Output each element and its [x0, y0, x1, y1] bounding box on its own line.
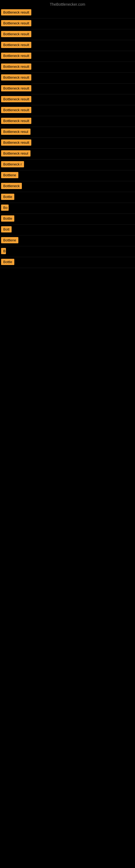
bottleneck-result-badge[interactable]: Bottleneck result [1, 118, 31, 124]
bottleneck-result-badge[interactable]: Bottlene [1, 237, 18, 243]
bottleneck-result-badge[interactable]: Bottleneck result [1, 96, 31, 102]
bottleneck-result-badge[interactable]: Bottleneck result [1, 42, 31, 48]
list-item: Bott [0, 225, 135, 236]
list-item: Bottleneck r [0, 159, 135, 170]
list-item: Bottleneck result [0, 51, 135, 62]
list-item: Bottleneck result [0, 8, 135, 19]
list-item: Bottlene [0, 236, 135, 246]
list-item: Bottleneck result [0, 19, 135, 29]
site-title-container: TheBottlenecker.com [0, 0, 135, 8]
list-item: Bottleneck result [0, 94, 135, 105]
bottleneck-result-badge[interactable]: Bottle [1, 259, 14, 265]
bottleneck-result-badge[interactable]: Bottle [1, 215, 14, 222]
list-item: Bottleneck result [0, 40, 135, 51]
site-title: TheBottlenecker.com [0, 0, 135, 8]
list-item: Bottleneck resul [0, 127, 135, 138]
list-item: Bottle [0, 257, 135, 268]
list-item: B [0, 246, 135, 257]
list-item: Bottle [0, 192, 135, 203]
bottleneck-result-badge[interactable]: Bottleneck result [1, 74, 31, 81]
bottleneck-result-badge[interactable]: Bottleneck [1, 183, 22, 189]
list-item: Bo [0, 203, 135, 214]
bottleneck-result-badge[interactable]: Bottleneck result [1, 107, 31, 113]
list-item: Bottleneck result [0, 62, 135, 73]
bottleneck-result-badge[interactable]: Bottleneck resul [1, 129, 31, 135]
bottleneck-result-badge[interactable]: Bottleneck result [1, 53, 31, 59]
bottleneck-result-badge[interactable]: Bott [1, 226, 12, 232]
bottleneck-result-badge[interactable]: Bottleneck result [1, 140, 31, 146]
list-item: Bottlene [0, 170, 135, 181]
bottleneck-result-badge[interactable]: Bottleneck result [1, 31, 31, 37]
bottleneck-result-badge[interactable]: Bottleneck result [1, 9, 31, 16]
list-item: Bottleneck result [0, 105, 135, 116]
bottleneck-result-badge[interactable]: Bottleneck result [1, 20, 31, 26]
list-item: Bottleneck result [0, 84, 135, 94]
results-list: Bottleneck resultBottleneck resultBottle… [0, 8, 135, 268]
bottleneck-result-badge[interactable]: Bottlene [1, 172, 18, 178]
bottleneck-result-badge[interactable]: Bottle [1, 194, 14, 200]
bottleneck-result-badge[interactable]: Bottleneck resul [1, 150, 31, 156]
list-item: Bottleneck [0, 181, 135, 192]
bottleneck-result-badge[interactable]: Bo [1, 205, 9, 211]
list-item: Bottleneck result [0, 29, 135, 40]
list-item: Bottleneck result [0, 116, 135, 127]
bottleneck-result-badge[interactable]: Bottleneck r [1, 161, 24, 167]
bottleneck-result-badge[interactable]: B [1, 248, 6, 254]
list-item: Bottleneck resul [0, 149, 135, 159]
bottleneck-result-badge[interactable]: Bottleneck result [1, 63, 31, 70]
bottleneck-result-badge[interactable]: Bottleneck result [1, 85, 31, 91]
list-item: Bottleneck result [0, 138, 135, 149]
list-item: Bottle [0, 214, 135, 225]
list-item: Bottleneck result [0, 73, 135, 84]
